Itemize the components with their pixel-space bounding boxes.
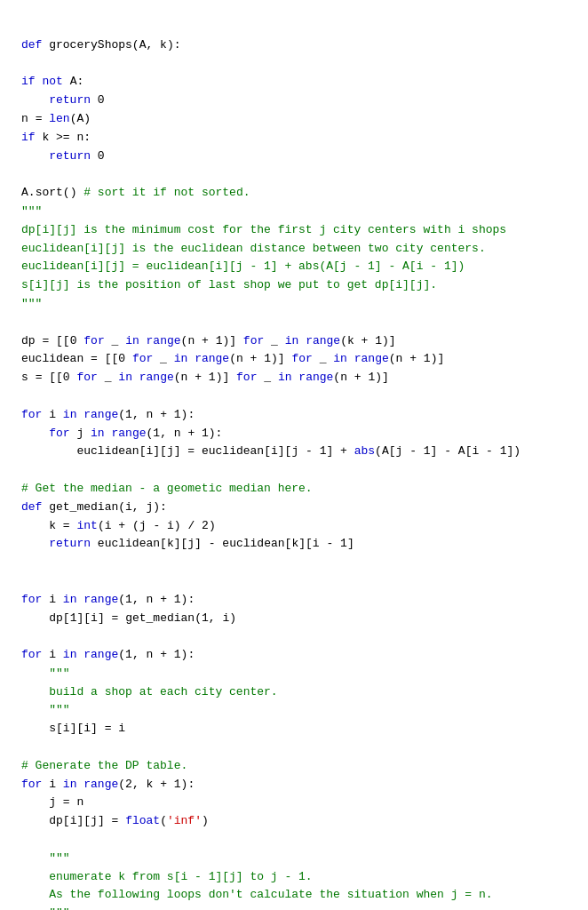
function-name: groceryShops (49, 38, 132, 52)
keyword-def: def (21, 38, 42, 52)
code-editor: def groceryShops(A, k): if not A: return… (21, 18, 567, 910)
